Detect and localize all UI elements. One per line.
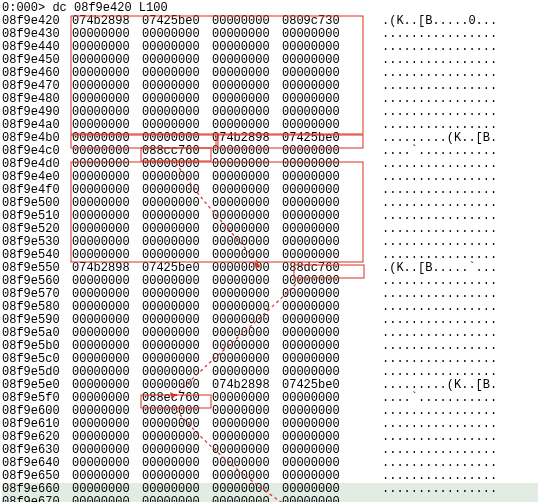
hex-value: 00000000 <box>72 496 142 502</box>
dump-row: 08f9e67000000000000000000000000000000000… <box>2 496 538 502</box>
hex-value: 00000000 <box>142 496 212 502</box>
ascii-column: ................ <box>372 496 497 502</box>
memory-dump-output: 0:000> dc 08f9e420 L100 08f9e420074b2898… <box>0 0 538 502</box>
address: 08f9e670 <box>2 496 72 502</box>
hex-columns: 00000000000000000000000000000000 <box>72 496 372 502</box>
hex-value: 00000000 <box>212 496 282 502</box>
hex-value: 00000000 <box>282 496 352 502</box>
